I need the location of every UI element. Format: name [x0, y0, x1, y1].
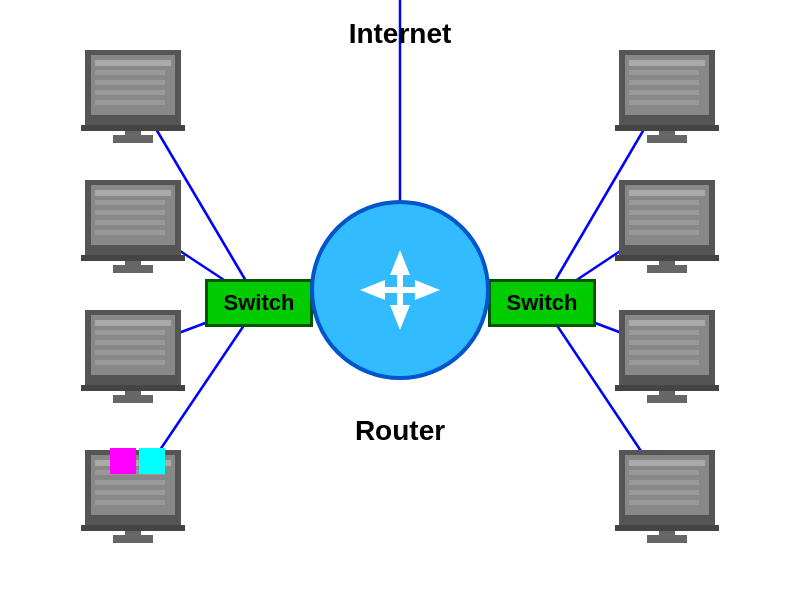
- svg-marker-1: [390, 290, 410, 330]
- cyan-square: [139, 448, 165, 474]
- svg-marker-2: [360, 280, 400, 300]
- router-icon: [310, 200, 490, 380]
- switch-right: Switch: [488, 279, 596, 327]
- router-arrows-svg: [345, 235, 455, 345]
- magenta-square: [110, 448, 136, 474]
- switch-right-label: Switch: [507, 290, 578, 316]
- switch-left-label: Switch: [224, 290, 295, 316]
- color-squares: [110, 448, 165, 474]
- router-label: Router: [355, 415, 445, 447]
- svg-marker-0: [390, 250, 410, 290]
- switch-left: Switch: [205, 279, 313, 327]
- internet-label: Internet: [349, 18, 452, 50]
- svg-marker-3: [400, 280, 440, 300]
